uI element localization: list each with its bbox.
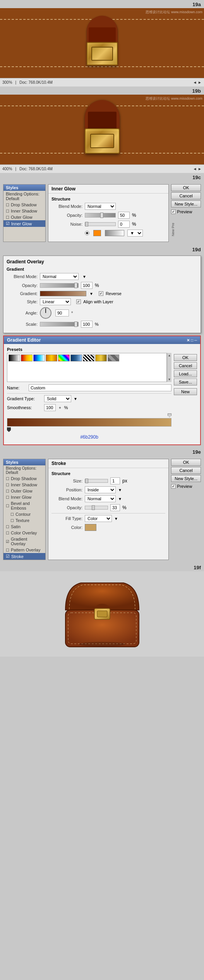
preset-3[interactable] <box>33 354 45 361</box>
scale-slider-19d[interactable] <box>40 322 79 327</box>
opacity-input-19c[interactable]: 50 <box>118 212 130 219</box>
blending-options-19e[interactable]: Blending Options: Default <box>3 465 45 475</box>
blend-mode-label-19e: Blend Mode: <box>51 496 82 501</box>
presets-area <box>7 353 167 382</box>
blend-mode-select-19e[interactable]: Normal <box>85 495 116 502</box>
color-swatch-19c[interactable] <box>93 230 101 236</box>
outer-glow-item-19c[interactable]: Outer Glow <box>3 214 45 220</box>
opacity-input-19e[interactable] <box>110 504 120 511</box>
gradient-section-title: Gradient <box>7 267 197 271</box>
ok-btn-19e[interactable]: OK <box>171 459 201 466</box>
gradient-type-select-19d[interactable]: Solid <box>44 395 71 402</box>
presets-scrollbar[interactable]: ▲ ▼ <box>167 353 171 382</box>
styles-panel-19e: Styles Blending Options: Default Drop Sh… <box>3 459 46 560</box>
step-19e-label: 19e <box>0 448 204 456</box>
preset-4[interactable] <box>46 354 57 361</box>
structure-title-19e: Structure <box>51 471 165 476</box>
size-input-19e[interactable] <box>110 477 120 484</box>
new-btn-gradient[interactable]: New <box>174 388 197 395</box>
opacity-input-19d[interactable] <box>81 282 93 289</box>
new-style-btn-19c[interactable]: New Style... <box>171 200 201 207</box>
drop-shadow-19e[interactable]: Drop Shadow <box>3 475 45 482</box>
satin-19e[interactable]: Satin <box>3 524 45 530</box>
ok-btn-gradient[interactable]: OK <box>174 354 197 361</box>
opacity-label-19e: Opacity: <box>51 505 82 510</box>
stroke-color-swatch-19e[interactable] <box>85 524 96 531</box>
preset-1[interactable] <box>9 354 20 361</box>
radio-solid-color[interactable] <box>85 231 89 235</box>
new-pre-label: New Pre <box>171 217 201 236</box>
outer-glow-19e[interactable]: Outer Glow <box>3 488 45 494</box>
inner-glow-19e[interactable]: Inner Glow <box>3 494 45 500</box>
opacity-percent-19c: % <box>132 213 136 218</box>
position-select-19e[interactable]: Inside <box>85 486 116 493</box>
inner-glow-item-19c[interactable]: ☑ Inner Glow <box>3 220 45 227</box>
position-label-19e: Position: <box>51 487 82 492</box>
gradient-swatch-19c[interactable] <box>105 230 124 236</box>
reverse-check-19d[interactable] <box>99 291 103 296</box>
drop-shadow-item-19c[interactable]: Drop Shadow <box>3 202 45 208</box>
preset-7[interactable] <box>83 354 94 361</box>
gradient-preview-19d[interactable] <box>40 291 86 296</box>
save-btn-gradient[interactable]: Save... <box>174 379 197 385</box>
gradient-overlay-19e[interactable]: Gradient Overlay <box>3 536 45 547</box>
presets-label: Presets <box>7 347 171 352</box>
noise-label-19c: Noise: <box>51 222 82 226</box>
cancel-btn-gradient[interactable]: Cancel <box>174 362 197 369</box>
new-style-btn-19e[interactable]: New Style... <box>171 475 201 482</box>
pattern-overlay-19e[interactable]: Pattern Overlay <box>3 547 45 553</box>
preset-6[interactable] <box>70 354 82 361</box>
bag-svg <box>60 579 145 649</box>
zoom-19a[interactable]: 300% <box>2 80 12 85</box>
step-19a-label: 19a <box>0 0 204 8</box>
inner-shadow-item-19c[interactable]: Inner Shadow <box>3 208 45 214</box>
contour-19e[interactable]: Contour <box>3 511 45 517</box>
fill-type-label-19e: Fill Type: <box>51 516 82 521</box>
style-select-19d[interactable]: Linear <box>40 298 71 305</box>
align-check-19d[interactable] <box>76 299 81 304</box>
angle-input-19d[interactable] <box>55 309 69 316</box>
angle-circle-19d[interactable] <box>40 307 51 319</box>
name-input-19d[interactable]: Custom <box>29 384 171 391</box>
stroke-title-19e: Stroke <box>48 459 168 468</box>
opacity-stop-right[interactable] <box>168 413 171 417</box>
noise-slider-19c[interactable] <box>85 222 116 226</box>
stroke-19e[interactable]: ☑ Stroke <box>3 553 45 560</box>
preset-2[interactable] <box>21 354 33 361</box>
preview-checkbox-19c[interactable] <box>171 209 176 214</box>
size-slider-19e[interactable] <box>85 479 108 483</box>
color-label-19e: Color: <box>51 525 82 530</box>
watermark-19a: 思维设计比论坛 www.missdown.com <box>146 10 202 15</box>
cancel-btn-19c[interactable]: Cancel <box>171 192 201 199</box>
blend-mode-label-19d: Blend Mode: <box>7 274 38 279</box>
gradient-bar-19d[interactable] <box>7 418 171 427</box>
blend-mode-select-19d[interactable]: Normal <box>40 273 79 280</box>
noise-input-19c[interactable]: 0 <box>118 221 130 228</box>
color-stop-left[interactable] <box>7 427 11 432</box>
load-btn-gradient[interactable]: Load... <box>174 370 197 377</box>
texture-19e[interactable]: Texture <box>3 517 45 524</box>
smoothness-input-19d[interactable] <box>44 404 56 411</box>
opacity-slider-19e[interactable] <box>85 506 108 510</box>
cancel-btn-19e[interactable]: Cancel <box>171 467 201 474</box>
preset-8[interactable] <box>95 354 107 361</box>
opacity-slider-19c[interactable] <box>85 213 116 218</box>
noise-percent-19c: % <box>132 221 136 227</box>
gradient-editor-title: Gradient Editor ✕ □ ─ <box>4 336 200 344</box>
blend-mode-select-19c[interactable]: Normal <box>85 203 116 210</box>
opacity-slider-19d[interactable] <box>40 283 79 288</box>
ok-btn-19c[interactable]: OK <box>171 184 201 191</box>
scale-input-19d[interactable] <box>81 321 93 328</box>
gradient-bar-area <box>7 413 171 432</box>
zoom-19b[interactable]: 400% <box>2 167 12 171</box>
fill-type-select-19e[interactable]: Color <box>85 515 112 522</box>
preview-check-19e[interactable] <box>171 484 176 489</box>
color-overlay-19e[interactable]: Color Overlay <box>3 530 45 536</box>
inner-shadow-19e[interactable]: Inner Shadow <box>3 482 45 488</box>
preset-9[interactable] <box>108 354 119 361</box>
scale-label-19d: Scale: <box>7 322 38 327</box>
bevel-emboss-19e[interactable]: Bevel and Emboss <box>3 500 45 511</box>
gradient-type-select-19c[interactable]: ▼ <box>127 230 143 237</box>
preset-5[interactable] <box>58 354 70 361</box>
blending-options-item[interactable]: Blending Options: Default <box>3 191 45 202</box>
